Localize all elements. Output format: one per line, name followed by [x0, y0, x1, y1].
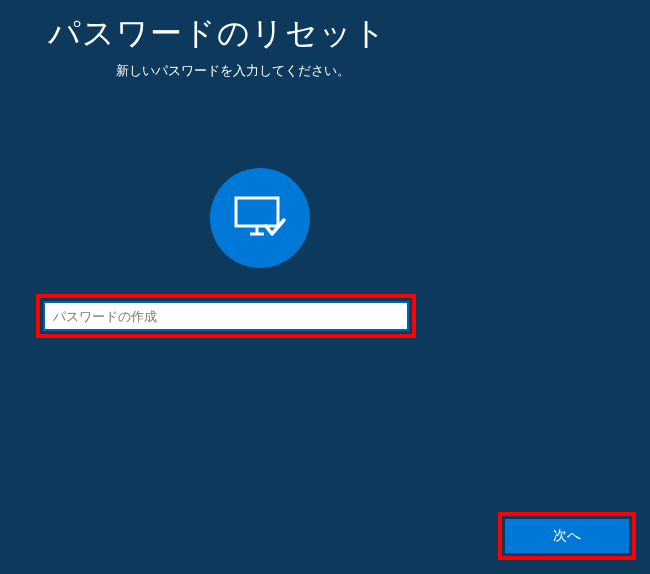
password-input[interactable] — [43, 301, 409, 331]
monitor-check-icon — [210, 168, 310, 268]
page-subtitle: 新しいパスワードを入力してください。 — [116, 62, 650, 80]
page-title: パスワードのリセット — [48, 12, 650, 56]
password-input-highlight — [36, 294, 416, 338]
svg-rect-0 — [236, 198, 278, 226]
next-button-highlight: 次へ — [498, 512, 636, 560]
next-button[interactable]: 次へ — [505, 519, 629, 553]
